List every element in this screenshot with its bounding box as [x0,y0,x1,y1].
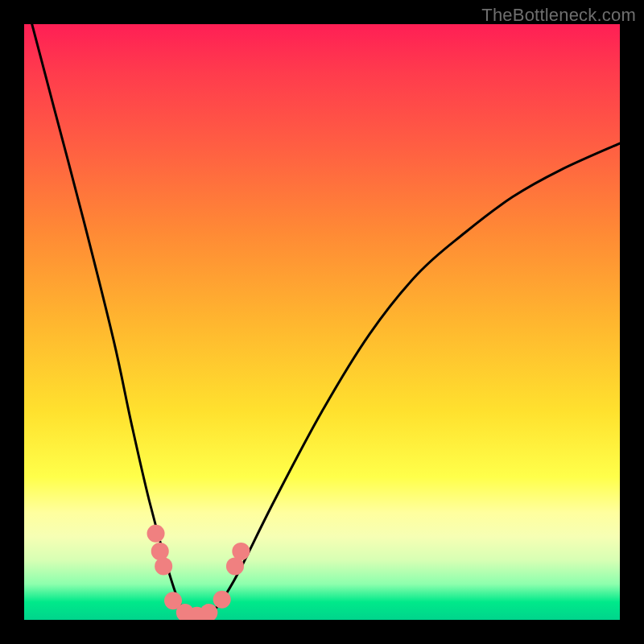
curve-markers [147,525,250,620]
marker-dot [155,557,172,575]
chart-svg [24,24,620,620]
marker-dot [213,591,231,609]
chart-frame: TheBottleneck.com [0,0,644,644]
bottleneck-curve [24,24,620,617]
marker-dot [147,525,165,543]
gradient-plot-area [24,24,620,620]
marker-dot [151,543,169,560]
marker-dot [232,543,250,560]
marker-dot [200,604,217,620]
watermark-text: TheBottleneck.com [481,5,636,26]
